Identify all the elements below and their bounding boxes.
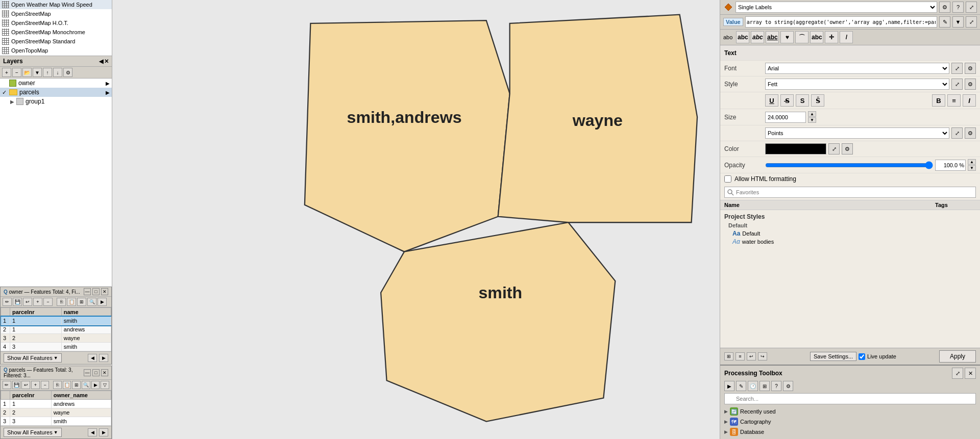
parcels-table-row[interactable]: 2 2 wayne xyxy=(1,408,111,417)
layer-row-owner[interactable]: owner ▶ xyxy=(0,79,112,88)
parcels-table-restore-btn[interactable]: □ xyxy=(92,369,100,376)
owner-zoom-btn[interactable]: 🔍 xyxy=(87,298,96,306)
favorites-search-input[interactable] xyxy=(724,187,976,198)
save-settings-btn[interactable]: Save Settings... xyxy=(810,352,856,361)
parcels-del-btn[interactable]: − xyxy=(41,381,50,389)
layers-settings-btn[interactable]: ⚙ xyxy=(63,68,72,77)
owner-save-btn[interactable]: 💾 xyxy=(13,298,22,306)
show-features-dropdown-icon[interactable]: ▼ xyxy=(54,355,58,360)
parcels-expand-btn[interactable]: ▶ xyxy=(91,381,100,389)
map-area[interactable]: smith,andrews wayne smith xyxy=(112,0,720,439)
bottom-redo-btn[interactable]: ↪ xyxy=(758,352,767,360)
opacity-slider[interactable] xyxy=(765,161,933,169)
bold-btn[interactable]: B xyxy=(932,94,945,107)
apply-button[interactable]: Apply xyxy=(939,350,976,363)
parcels-cell-owner[interactable]: smith xyxy=(51,417,111,426)
pt-script-btn[interactable]: ✎ xyxy=(736,381,746,391)
pt-model-btn[interactable]: ⊞ xyxy=(760,381,770,391)
size-spin-down[interactable]: ▼ xyxy=(808,117,816,123)
owner-edit-btn[interactable]: ✏ xyxy=(3,298,12,306)
value-edit-btn[interactable]: ✎ xyxy=(939,16,950,28)
layers-open-btn[interactable]: 📂 xyxy=(22,68,32,77)
parcels-paste-btn[interactable]: 📋 xyxy=(63,381,71,389)
strikethrough2-btn[interactable]: S xyxy=(796,94,809,107)
parcels-table-row[interactable]: 3 3 smith xyxy=(1,417,111,426)
align-btn[interactable]: ≡ xyxy=(947,94,961,107)
owner-table-row[interactable]: 1 1 smith xyxy=(1,317,111,325)
tile-layer-item[interactable]: OpenStreetMap Standard xyxy=(0,37,112,46)
value-dropdown-btn[interactable]: ▼ xyxy=(952,16,964,28)
owner-del-btn[interactable]: − xyxy=(43,298,53,306)
fmt-btn-abc1[interactable]: abc xyxy=(736,31,749,43)
color-expand-btn[interactable]: ⤢ xyxy=(828,143,840,154)
fmt-btn-slash[interactable]: / xyxy=(840,31,853,43)
pt-run-btn[interactable]: ▶ xyxy=(724,381,734,391)
parcels-cell-parcelnr[interactable]: 1 xyxy=(10,400,52,408)
owner-table-row[interactable]: 2 1 andrews xyxy=(1,325,111,334)
label-mode-settings-btn[interactable]: ⚙ xyxy=(939,2,950,13)
owner-copy-btn[interactable]: ⎘ xyxy=(57,298,66,306)
owner-table-row[interactable]: 3 2 wayne xyxy=(1,334,111,343)
parcels-zoom-btn[interactable]: 🔍 xyxy=(82,381,90,389)
owner-cell-name[interactable]: andrews xyxy=(61,325,111,334)
parcels-show-features-btn[interactable]: Show All Features ▼ xyxy=(4,428,62,437)
owner-table-close-btn[interactable]: ✕ xyxy=(101,288,108,295)
pt-cartography[interactable]: ▶ 🗺 Cartography xyxy=(724,417,976,427)
pt-settings-btn[interactable]: ⚙ xyxy=(783,381,793,391)
parcels-show-features-dropdown-icon[interactable]: ▼ xyxy=(54,430,58,435)
owner-scroll-left-btn[interactable]: ◀ xyxy=(88,354,97,362)
fmt-btn-abc3[interactable]: abc xyxy=(766,31,779,43)
parcels-cell-parcelnr[interactable]: 3 xyxy=(10,417,52,426)
style-settings-btn[interactable]: ⚙ xyxy=(965,79,976,90)
opacity-pct-input[interactable] xyxy=(935,160,966,171)
font-select[interactable]: Arial xyxy=(765,63,949,74)
color-swatch[interactable] xyxy=(765,143,826,154)
owner-col-name[interactable]: name xyxy=(61,308,111,317)
layers-down-btn[interactable]: ↓ xyxy=(53,68,62,77)
fmt-btn-abc2[interactable]: abc xyxy=(751,31,764,43)
parcels-save-btn[interactable]: 💾 xyxy=(12,381,21,389)
fmt-btn-arc[interactable]: ⌒ xyxy=(795,31,808,43)
bottom-list-btn[interactable]: ≡ xyxy=(736,352,745,360)
style-expand-btn[interactable]: ⤢ xyxy=(951,79,963,90)
owner-table-minimize-btn[interactable]: — xyxy=(84,288,91,295)
size-unit-settings-btn[interactable]: ⚙ xyxy=(965,127,976,139)
size-unit-expand-btn[interactable]: ⤢ xyxy=(951,127,963,139)
pt-recently-used[interactable]: ▶ 🔄 Recently used xyxy=(724,406,976,417)
layers-remove-btn[interactable]: − xyxy=(12,68,21,77)
fmt-btn-abc4[interactable]: abc xyxy=(810,31,823,43)
tile-layer-item[interactable]: OpenStreetMap Monochrome xyxy=(0,28,112,37)
bottom-undo-btn[interactable]: ↩ xyxy=(747,352,756,360)
pt-expand-btn[interactable]: ⤢ xyxy=(952,368,963,379)
map-polygon-smith-andrews[interactable] xyxy=(305,20,510,251)
strikethrough-btn[interactable]: S̶ xyxy=(780,94,794,107)
parcels-cell-owner[interactable]: andrews xyxy=(51,400,111,408)
opacity-spin-up[interactable]: ▲ xyxy=(968,159,976,165)
parcels-table-minimize-btn[interactable]: — xyxy=(84,369,91,376)
owner-cell-name[interactable]: smith xyxy=(61,317,111,325)
owner-paste-btn[interactable]: 📋 xyxy=(67,298,76,306)
label-mode-help-btn[interactable]: ? xyxy=(952,2,964,13)
fmt-btn-heart[interactable]: ♥ xyxy=(780,31,794,43)
styles-water-bodies-item[interactable]: Aα water bodies xyxy=(724,238,976,246)
owner-show-features-btn[interactable]: Show All Features ▼ xyxy=(4,353,62,363)
tile-layer-item[interactable]: OpenStreetMap H.O.T. xyxy=(0,18,112,28)
color-settings-btn[interactable]: ⚙ xyxy=(842,143,853,154)
owner-cell-parcelnr[interactable]: 3 xyxy=(10,343,62,351)
allow-html-checkbox[interactable] xyxy=(724,175,731,183)
owner-add-btn[interactable]: + xyxy=(33,298,42,306)
owner-select-btn[interactable]: ⊞ xyxy=(77,298,86,306)
label-mode-expand-btn[interactable]: ⤢ xyxy=(966,2,977,13)
layers-up-btn[interactable]: ↑ xyxy=(43,68,52,77)
pt-history-btn[interactable]: 🕐 xyxy=(748,381,758,391)
styles-default-item[interactable]: Aa Default xyxy=(724,229,976,238)
pt-database[interactable]: ▶ 🗄 Database xyxy=(724,427,976,437)
italic-btn[interactable]: I xyxy=(963,94,976,107)
parcels-cell-parcelnr[interactable]: 2 xyxy=(10,408,52,417)
tile-layer-item[interactable]: OpenStreetMap xyxy=(0,9,112,18)
owner-undo-btn[interactable]: ↩ xyxy=(23,298,32,306)
layers-close-btn[interactable]: ✕ xyxy=(104,58,109,65)
owner-table-restore-btn[interactable]: □ xyxy=(92,288,100,295)
label-mode-select[interactable]: Single Labels Rule-based Labeling No Lab… xyxy=(736,2,937,13)
layers-collapse-btn[interactable]: ◀ xyxy=(99,58,103,65)
